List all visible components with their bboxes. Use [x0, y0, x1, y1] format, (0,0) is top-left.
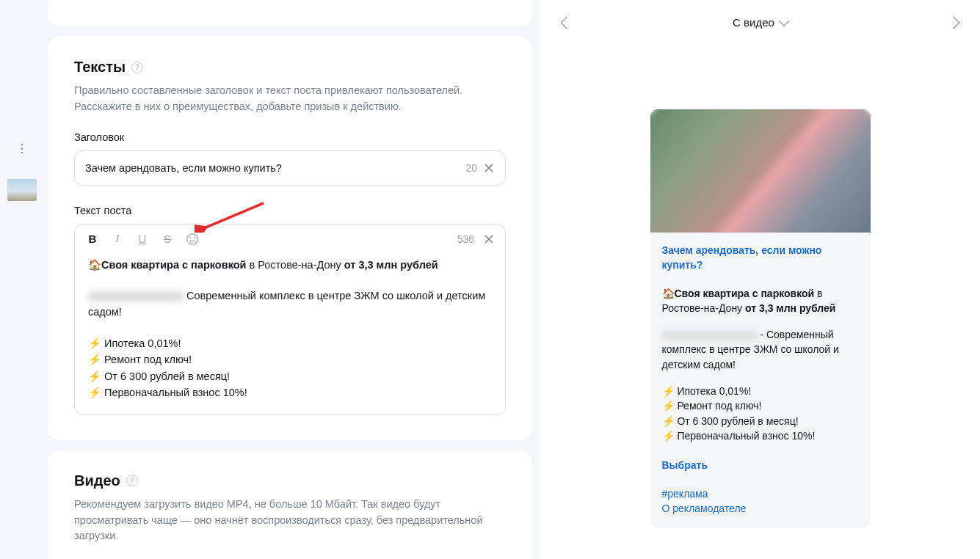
preview-about-advertiser[interactable]: О рекламодателе [662, 501, 859, 516]
preview-bullets: ⚡ Ипотека 0,01%! ⚡ Ремонт под ключ! ⚡ От… [662, 384, 859, 443]
house-emoji: 🏠 [88, 259, 101, 271]
media-thumbnail[interactable] [7, 179, 37, 201]
texts-section-description: Правильно составленные заголовок и текст… [74, 83, 506, 115]
preview-next-button[interactable] [947, 16, 959, 29]
svg-point-0 [187, 233, 197, 244]
redacted-text [662, 331, 758, 340]
video-section-title: Видео ? [74, 472, 506, 489]
preview-type-label: С видео [733, 16, 774, 29]
video-section-card: Видео ? Рекомендуем загрузить видео MP4,… [48, 450, 532, 559]
strike-button[interactable]: S [160, 232, 175, 246]
post-bullets: ⚡ Ипотека 0,01%! ⚡ Ремонт под ключ! ⚡ От… [88, 335, 492, 401]
video-section-description: Рекомендуем загрузить видео MP4, не боль… [74, 497, 506, 544]
emoji-button[interactable] [185, 232, 200, 246]
preview-text-2: - Современный комплекс в центре ЗЖМ со ш… [662, 327, 859, 372]
clear-headline-icon[interactable] [483, 162, 495, 174]
svg-point-1 [189, 237, 191, 238]
preview-column: С видео Зачем арендовать, если можно куп… [540, 0, 980, 559]
post-mid-1: в Ростове-на-Дону [246, 259, 344, 271]
preview-body: Зачем арендовать, если можно купить? 🏠Св… [650, 233, 871, 527]
main-column: Тексты ? Правильно составленные заголово… [48, 0, 532, 559]
preview-prev-button[interactable] [561, 16, 573, 29]
redacted-text [88, 291, 184, 302]
left-rail: ⋮ [0, 0, 44, 559]
preview-bold-1: Своя квартира с парковкой [675, 288, 815, 299]
italic-button[interactable]: I [110, 232, 125, 246]
preview-heading[interactable]: Зачем арендовать, если можно купить? [662, 243, 859, 273]
help-icon[interactable]: ? [126, 475, 138, 486]
post-bold-2: от 3,3 млн рублей [344, 259, 438, 271]
bold-button[interactable]: B [85, 232, 100, 246]
post-char-count: 536 [457, 233, 474, 245]
svg-point-2 [194, 237, 195, 238]
prev-card-edge [48, 0, 532, 26]
headline-input[interactable] [85, 162, 465, 174]
underline-button[interactable]: U [135, 232, 150, 246]
section-title-text: Тексты [74, 59, 126, 76]
preview-bold-2: от 3,3 млн рублей [745, 302, 835, 314]
preview-card-wrapper: Зачем арендовать, если можно купить? 🏠Св… [540, 36, 980, 527]
chevron-down-icon [779, 15, 789, 26]
texts-section-card: Тексты ? Правильно составленные заголово… [48, 37, 532, 440]
preview-card: Зачем арендовать, если можно купить? 🏠Св… [650, 109, 871, 527]
preview-type-dropdown[interactable]: С видео [733, 16, 788, 29]
post-text-body[interactable]: 🏠Своя квартира с парковкой в Ростове-на-… [75, 246, 505, 414]
clear-post-icon[interactable] [483, 233, 495, 245]
preview-selector: С видео [540, 0, 980, 36]
texts-section-title: Тексты ? [74, 59, 506, 76]
post-line-2: Современный комплекс в центре ЗЖМ со шко… [88, 288, 492, 321]
post-line-1: 🏠Своя квартира с парковкой в Ростове-на-… [88, 257, 492, 273]
more-menu-button[interactable]: ⋮ [13, 139, 31, 157]
headline-label: Заголовок [74, 131, 506, 143]
house-emoji: 🏠 [662, 288, 675, 299]
preview-image [650, 109, 871, 233]
headline-input-wrapper: 20 [74, 150, 506, 186]
preview-text-1: 🏠Своя квартира с парковкой в Ростове-на-… [662, 286, 859, 316]
post-text-label: Текст поста [74, 205, 506, 216]
post-text-editor: B I U S 536 🏠Своя квартира с парковкой в… [74, 224, 506, 415]
post-bold-1: Своя квартира с парковкой [101, 259, 246, 271]
preview-action-link[interactable]: Выбрать [662, 458, 859, 472]
editor-toolbar: B I U S 536 [75, 224, 505, 246]
headline-char-count: 20 [465, 162, 477, 174]
video-title-text: Видео [74, 472, 120, 489]
preview-hashtag[interactable]: #реклама [662, 486, 859, 501]
help-icon[interactable]: ? [131, 62, 143, 73]
